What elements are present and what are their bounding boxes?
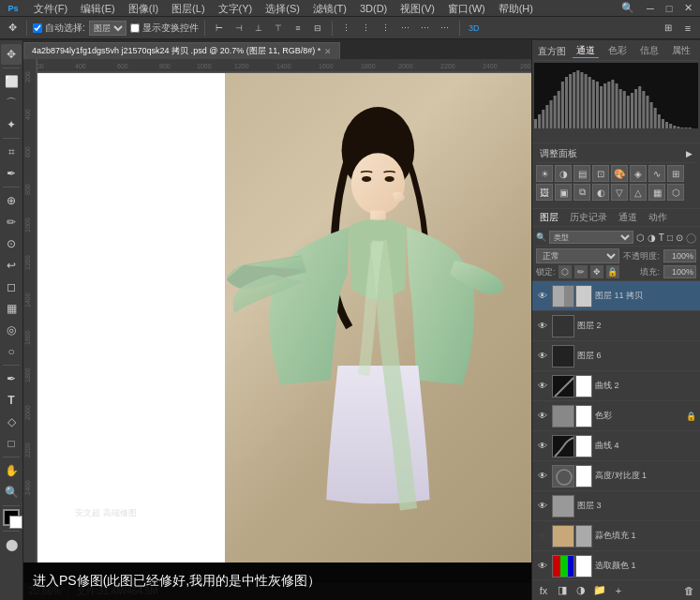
adj-bw[interactable]: ⊞ xyxy=(667,165,684,182)
menu-filter[interactable]: 滤镜(T) xyxy=(307,0,352,17)
wand-tool[interactable]: ✦ xyxy=(1,114,22,135)
marquee-tool[interactable]: ⬜ xyxy=(1,71,22,92)
tab-close-button[interactable]: ✕ xyxy=(324,47,332,56)
eyedropper-tool[interactable]: ✒ xyxy=(1,163,22,184)
new-adjustment-button[interactable]: ◑ xyxy=(573,583,588,598)
show-transform-checkbox[interactable] xyxy=(130,23,140,33)
visibility-icon[interactable]: 👁 xyxy=(536,500,549,513)
visibility-icon[interactable]: 👁 xyxy=(536,560,549,573)
menu-file[interactable]: 文件(F) xyxy=(28,0,73,17)
layer-item[interactable]: 👁 图层 6 xyxy=(532,341,700,371)
opacity-input[interactable] xyxy=(663,249,696,262)
tab-layers[interactable]: 图层 xyxy=(536,211,562,224)
lock-position-icon[interactable]: ✥ xyxy=(590,265,603,278)
visibility-icon[interactable]: 👁 xyxy=(536,440,549,453)
menu-window[interactable]: 窗口(W) xyxy=(442,0,491,17)
histogram-tab-info[interactable]: 信息 xyxy=(636,44,663,58)
adj-curves[interactable]: ▤ xyxy=(573,165,590,182)
menu-layer[interactable]: 图层(L) xyxy=(166,0,210,17)
menu-3d[interactable]: 3D(D) xyxy=(354,0,393,17)
tab-history[interactable]: 历史记录 xyxy=(566,211,611,224)
tab-channels[interactable]: 通道 xyxy=(615,211,641,224)
zoom-tool[interactable]: 🔍 xyxy=(1,482,22,502)
delete-layer-button[interactable]: 🗑 xyxy=(681,583,696,598)
spot-heal-tool[interactable]: ⊕ xyxy=(1,190,22,211)
adj-color-lookup[interactable]: ⧉ xyxy=(573,184,590,201)
layer-filter-toggle[interactable]: ◯ xyxy=(686,232,696,243)
align-top-icon[interactable]: ⊤ xyxy=(270,20,287,37)
layer-item[interactable]: 👁 图层 2 xyxy=(532,311,700,341)
new-group-button[interactable]: 📁 xyxy=(592,583,607,598)
move-tool[interactable]: ✥ xyxy=(1,44,22,65)
lasso-tool[interactable]: ⌒ xyxy=(1,93,22,113)
histogram-tab-props[interactable]: 属性 xyxy=(668,44,694,58)
canvas-area[interactable]: anwenchao 安文超 高端修图 xyxy=(37,73,531,562)
quick-mask-icon[interactable]: ⬤ xyxy=(1,534,22,555)
menu-text[interactable]: 文字(Y) xyxy=(213,0,259,17)
3d-icon[interactable]: 3D xyxy=(466,20,483,37)
blur-tool[interactable]: ◎ xyxy=(1,320,22,340)
adj-channel-mixer[interactable]: ▣ xyxy=(555,184,572,201)
visibility-icon[interactable]: 👁 xyxy=(536,410,549,423)
align-right-icon[interactable]: ⊥ xyxy=(250,20,267,37)
blend-mode-select[interactable]: 正常 xyxy=(536,248,619,263)
lock-all-icon[interactable]: 🔒 xyxy=(606,265,619,278)
adj-color-balance[interactable]: ∿ xyxy=(648,165,665,182)
text-tool[interactable]: T xyxy=(1,390,22,411)
histogram-tab-channel[interactable]: 通道 xyxy=(573,44,599,58)
menu-edit[interactable]: 编辑(E) xyxy=(75,0,121,17)
pen-tool[interactable]: ✒ xyxy=(1,368,22,389)
shape-tool[interactable]: □ xyxy=(1,433,22,454)
menu-help[interactable]: 帮助(H) xyxy=(493,0,539,17)
path-tool[interactable]: ◇ xyxy=(1,412,22,432)
fill-input[interactable] xyxy=(663,265,696,278)
layer-item[interactable]: 👁 高度/对比度 1 xyxy=(532,461,700,491)
document-tab[interactable]: 4a2b8794ly1fg1dgs5vh j21570qsk24 拷贝 .psd… xyxy=(23,42,340,59)
hand-tool[interactable]: ✋ xyxy=(1,460,22,481)
dist-top-icon[interactable]: ⋯ xyxy=(397,20,414,37)
close-icon[interactable]: ✕ xyxy=(679,0,696,17)
foreground-color[interactable] xyxy=(3,509,20,526)
adj-invert[interactable]: ◐ xyxy=(592,184,609,201)
search-icon[interactable]: 🔍 xyxy=(619,0,636,17)
maximize-icon[interactable]: □ xyxy=(661,0,678,17)
brush-tool[interactable]: ✏ xyxy=(1,212,22,232)
crop-tool[interactable]: ⌗ xyxy=(1,142,22,162)
visibility-icon[interactable]: 👁 xyxy=(536,380,549,393)
align-bottom-icon[interactable]: ⊟ xyxy=(309,20,326,37)
adj-selective-color[interactable]: ⬡ xyxy=(667,184,684,201)
layer-item[interactable]: 👁 曲线 4 xyxy=(532,431,700,461)
dodge-tool[interactable]: ○ xyxy=(1,341,22,362)
histogram-tab-color[interactable]: 色彩 xyxy=(604,44,631,58)
align-center-h-icon[interactable]: ≡ xyxy=(290,20,306,37)
visibility-icon[interactable]: 👁 xyxy=(536,320,549,333)
layer-filter-smart[interactable]: ⊙ xyxy=(676,232,683,243)
dist-bottom-icon[interactable]: ⋯ xyxy=(437,20,454,37)
auto-select-dropdown[interactable]: 图层 组 xyxy=(89,21,127,36)
layer-item[interactable]: 👁 选取颜色 1 xyxy=(532,551,700,579)
auto-select-checkbox[interactable] xyxy=(33,23,42,33)
eraser-tool[interactable]: ◻ xyxy=(1,277,22,297)
adj-exposure[interactable]: ⊡ xyxy=(592,165,609,182)
adj-levels[interactable]: ◑ xyxy=(555,165,572,182)
adj-threshold[interactable]: △ xyxy=(630,184,647,201)
add-mask-button[interactable]: ◨ xyxy=(555,583,570,598)
layer-filter-shape[interactable]: □ xyxy=(667,232,673,243)
tab-actions[interactable]: 动作 xyxy=(645,211,671,224)
dist-right-icon[interactable]: ⋮ xyxy=(378,20,395,37)
adj-expand-icon[interactable]: ▶ xyxy=(686,149,693,158)
dist-center-v-icon[interactable]: ⋮ xyxy=(358,20,375,37)
layer-filter-icons[interactable]: ⬡ xyxy=(636,232,645,243)
menu-select[interactable]: 选择(S) xyxy=(260,0,305,17)
lock-image-icon[interactable]: ✏ xyxy=(574,265,588,278)
panel-toggle-icon[interactable]: ≡ xyxy=(679,20,696,37)
clone-tool[interactable]: ⊙ xyxy=(1,233,22,254)
adj-gradient-map[interactable]: ▦ xyxy=(648,184,665,201)
dist-center-h-icon[interactable]: ⋯ xyxy=(417,20,434,37)
adj-posterize[interactable]: ▽ xyxy=(611,184,628,201)
adj-vibrance[interactable]: 🎨 xyxy=(611,165,628,182)
dist-left-icon[interactable]: ⋮ xyxy=(338,20,355,37)
layer-type-select[interactable]: 类型 xyxy=(549,231,633,244)
minimize-icon[interactable]: ─ xyxy=(642,0,659,17)
visibility-icon[interactable]: 👁 xyxy=(536,530,549,543)
